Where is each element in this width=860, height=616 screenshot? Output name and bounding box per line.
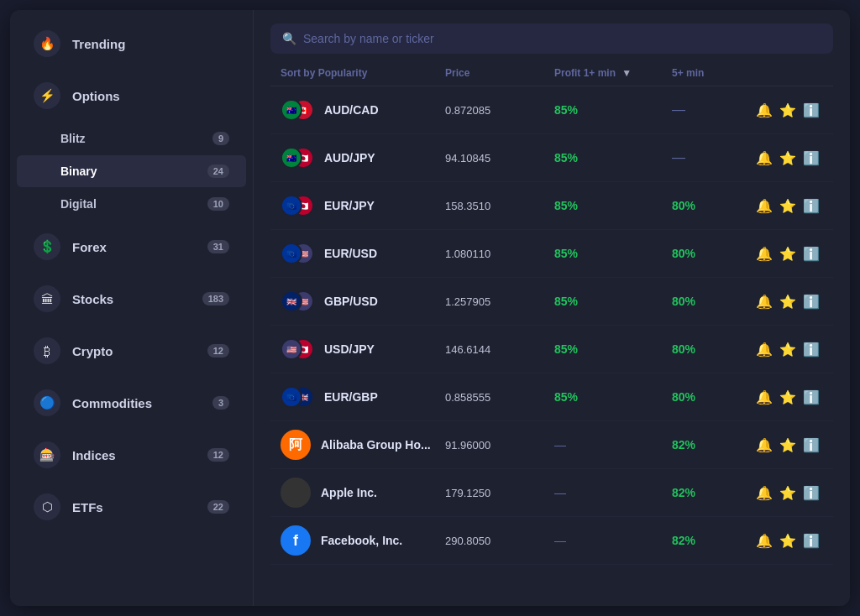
sidebar-item-etfs[interactable]: ⬡ ETFs 22 — [17, 482, 246, 532]
star-icon[interactable]: ⭐ — [779, 342, 796, 358]
star-icon[interactable]: ⭐ — [779, 198, 796, 214]
flag-pair-eur-jpy: 🇪🇺 🇯🇵 — [281, 191, 314, 221]
bell-icon[interactable]: 🔔 — [756, 437, 773, 453]
sidebar-item-options[interactable]: ⚡ Options — [17, 70, 246, 121]
indices-label: Indices — [72, 448, 207, 462]
options-subitems: Blitz 9 Binary 24 Digital 10 — [10, 123, 253, 220]
flag-pair-aud-cad: 🇦🇺 🇨🇦 — [281, 95, 314, 125]
info-icon[interactable]: ℹ️ — [803, 246, 820, 262]
star-icon[interactable]: ⭐ — [779, 533, 796, 549]
actions-cell: 🔔 ⭐ ℹ️ — [756, 246, 823, 262]
asset-cell: Apple Inc. — [281, 478, 445, 508]
star-icon[interactable]: ⭐ — [779, 294, 796, 310]
bell-icon[interactable]: 🔔 — [756, 389, 773, 405]
bell-icon[interactable]: 🔔 — [756, 294, 773, 310]
info-icon[interactable]: ℹ️ — [803, 485, 820, 501]
info-icon[interactable]: ℹ️ — [803, 389, 820, 405]
asset-name: Alibaba Group Ho... — [321, 438, 431, 452]
flag-pair-gbp-usd: 🇬🇧 🇺🇸 — [281, 286, 314, 316]
actions-cell: 🔔 ⭐ ℹ️ — [756, 342, 823, 358]
asset-cell: f Facebook, Inc. — [281, 525, 445, 556]
bell-icon[interactable]: 🔔 — [756, 102, 773, 118]
sidebar-item-digital[interactable]: Digital 10 — [17, 188, 246, 220]
star-icon[interactable]: ⭐ — [779, 102, 796, 118]
min5-cell: 80% — [672, 247, 756, 260]
sidebar-item-blitz[interactable]: Blitz 9 — [17, 123, 246, 154]
info-icon[interactable]: ℹ️ — [803, 150, 820, 166]
price-cell: 179.1250 — [445, 487, 554, 499]
table-row[interactable]: 🇦🇺 🇯🇵 AUD/JPY 94.10845 85% — 🔔 ⭐ ℹ️ — [270, 134, 833, 182]
sidebar-item-binary[interactable]: Binary 24 — [17, 155, 246, 187]
table-row[interactable]: 🇪🇺 🇬🇧 EUR/GBP 0.858555 85% 80% 🔔 ⭐ ℹ️ — [270, 373, 833, 421]
bell-icon[interactable]: 🔔 — [756, 150, 773, 166]
info-icon[interactable]: ℹ️ — [803, 102, 820, 118]
search-bar-container: 🔍 — [254, 10, 850, 60]
sidebar-item-indices[interactable]: 🎰 Indices 12 — [17, 430, 246, 480]
profit-cell: — — [554, 486, 672, 499]
asset-cell: 🇪🇺 🇯🇵 EUR/JPY — [281, 191, 445, 221]
actions-cell: 🔔 ⭐ ℹ️ — [756, 294, 823, 310]
bell-icon[interactable]: 🔔 — [756, 342, 773, 358]
min5-cell: 82% — [672, 534, 756, 547]
sidebar-item-stocks[interactable]: 🏛 Stocks 183 — [17, 274, 246, 324]
table-row[interactable]: 阿 Alibaba Group Ho... 91.96000 — 82% 🔔 ⭐… — [270, 421, 833, 469]
asset-cell: 🇺🇸 🇯🇵 USD/JPY — [281, 334, 445, 364]
table-row[interactable]: 🇪🇺 🇯🇵 EUR/JPY 158.3510 85% 80% 🔔 ⭐ ℹ️ — [270, 182, 833, 230]
sidebar-item-commodities[interactable]: 🔵 Commodities 3 — [17, 378, 246, 428]
info-icon[interactable]: ℹ️ — [803, 342, 820, 358]
min5-cell: 82% — [672, 438, 756, 452]
asset-name: EUR/USD — [324, 247, 377, 260]
etfs-label: ETFs — [72, 500, 207, 514]
table-row[interactable]: 🇬🇧 🇺🇸 GBP/USD 1.257905 85% 80% 🔔 ⭐ ℹ️ — [270, 278, 833, 326]
commodities-badge: 3 — [212, 396, 229, 410]
bell-icon[interactable]: 🔔 — [756, 246, 773, 262]
min5-cell: 82% — [672, 486, 756, 499]
price-cell: 290.8050 — [445, 535, 554, 547]
table-row[interactable]: 🇦🇺 🇨🇦 AUD/CAD 0.872085 85% — 🔔 ⭐ ℹ️ — [270, 86, 833, 134]
actions-cell: 🔔 ⭐ ℹ️ — [756, 198, 823, 214]
info-icon[interactable]: ℹ️ — [803, 198, 820, 214]
asset-cell: 🇪🇺 🇬🇧 EUR/GBP — [281, 382, 445, 412]
main-container: 🔥 Trending ⚡ Options Blitz 9 Binary 24 D… — [10, 10, 850, 606]
profit-cell: 85% — [554, 390, 672, 404]
sidebar-item-forex[interactable]: 💲 Forex 31 — [17, 222, 246, 272]
star-icon[interactable]: ⭐ — [779, 150, 796, 166]
info-icon[interactable]: ℹ️ — [803, 533, 820, 549]
price-cell: 1.080110 — [445, 248, 554, 260]
star-icon[interactable]: ⭐ — [779, 246, 796, 262]
table-row[interactable]: f Facebook, Inc. 290.8050 — 82% 🔔 ⭐ ℹ️ — [270, 517, 833, 565]
table-row[interactable]: Apple Inc. 179.1250 — 82% 🔔 ⭐ ℹ️ — [270, 469, 833, 517]
sort-header[interactable]: Sort by Popularity — [281, 67, 445, 79]
table-row[interactable]: 🇺🇸 🇯🇵 USD/JPY 146.6144 85% 80% 🔔 ⭐ ℹ️ — [270, 326, 833, 373]
profit-cell: 85% — [554, 151, 672, 164]
bell-icon[interactable]: 🔔 — [756, 198, 773, 214]
sidebar-item-crypto[interactable]: ₿ Crypto 12 — [17, 326, 246, 376]
forex-icon: 💲 — [34, 233, 60, 260]
crypto-icon: ₿ — [34, 337, 60, 364]
search-input[interactable] — [303, 32, 821, 45]
bell-icon[interactable]: 🔔 — [756, 485, 773, 501]
bell-icon[interactable]: 🔔 — [756, 533, 773, 549]
price-cell: 91.96000 — [445, 439, 554, 452]
sidebar-item-label: Options — [72, 89, 229, 103]
asset-cell: 🇪🇺 🇺🇸 EUR/USD — [281, 238, 445, 269]
sidebar-item-trending[interactable]: 🔥 Trending — [17, 18, 246, 69]
min5-cell: 80% — [672, 342, 756, 356]
facebook-logo: f — [281, 525, 311, 556]
asset-name: EUR/GBP — [324, 390, 378, 404]
actions-cell: 🔔 ⭐ ℹ️ — [756, 485, 823, 501]
sidebar: 🔥 Trending ⚡ Options Blitz 9 Binary 24 D… — [10, 10, 254, 606]
stocks-icon: 🏛 — [34, 285, 60, 312]
info-icon[interactable]: ℹ️ — [803, 294, 820, 310]
min5-cell: — — [672, 102, 756, 117]
table-row[interactable]: 🇪🇺 🇺🇸 EUR/USD 1.080110 85% 80% 🔔 ⭐ ℹ️ — [270, 230, 833, 278]
star-icon[interactable]: ⭐ — [779, 437, 796, 453]
forex-badge: 31 — [207, 240, 229, 253]
star-icon[interactable]: ⭐ — [779, 485, 796, 501]
price-cell: 146.6144 — [445, 343, 554, 356]
info-icon[interactable]: ℹ️ — [803, 437, 820, 453]
sidebar-item-label: Trending — [72, 37, 229, 51]
indices-badge: 12 — [207, 448, 229, 462]
profit-cell: — — [554, 534, 672, 547]
star-icon[interactable]: ⭐ — [779, 389, 796, 405]
